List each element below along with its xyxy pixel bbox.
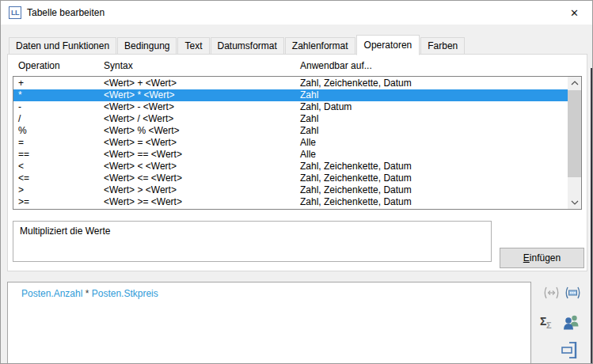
tab-farben[interactable]: Farben bbox=[420, 37, 465, 55]
tab-zahlenformat[interactable]: Zahlenformat bbox=[285, 37, 355, 55]
cell-operation: * bbox=[18, 89, 104, 101]
table-row[interactable]: >=<Wert> >= <Wert>Zahl, Zeichenkette, Da… bbox=[13, 196, 568, 208]
table-row[interactable]: -<Wert> - <Wert>Zahl, Datum bbox=[13, 101, 568, 113]
cell-applicable: Zahl, Zeichenkette, Datum bbox=[300, 184, 568, 196]
vertical-scrollbar[interactable] bbox=[568, 77, 581, 209]
tab-bedingung[interactable]: Bedingung bbox=[117, 37, 177, 55]
cell-syntax: <Wert> + <Wert> bbox=[104, 78, 300, 89]
cell-operation: + bbox=[18, 78, 104, 89]
table-row[interactable]: ><Wert> > <Wert>Zahl, Zeichenkette, Datu… bbox=[13, 184, 568, 196]
cell-syntax: <Wert> == <Wert> bbox=[104, 149, 300, 161]
cell-syntax: <Wert> - <Wert> bbox=[104, 101, 300, 113]
table-row[interactable]: <<Wert> < <Wert>Zahl, Zeichenkette, Datu… bbox=[13, 161, 568, 173]
column-header-applicable: Anwendbar auf... bbox=[300, 60, 372, 71]
titlebar: LL Tabelle bearbeiten ✕ bbox=[1, 1, 592, 25]
tab-bar: Daten und FunktionenBedingungTextDatumsf… bbox=[9, 34, 466, 55]
formula-editor[interactable]: Posten.Anzahl * Posten.Stkpreis bbox=[7, 282, 531, 364]
cell-syntax: <Wert> < <Wert> bbox=[104, 161, 300, 173]
scroll-down-icon[interactable] bbox=[568, 196, 581, 209]
cell-applicable: Zahl, Zeichenkette, Datum bbox=[300, 161, 568, 173]
table-row[interactable]: %<Wert> % <Wert>Zahl bbox=[13, 125, 568, 137]
cell-operation: <= bbox=[18, 173, 104, 184]
insert-button-label: Einfügen bbox=[523, 252, 561, 264]
table-row[interactable]: /<Wert> / <Wert>Zahl bbox=[13, 113, 568, 125]
dialog-title: Tabelle bearbeiten bbox=[27, 7, 105, 18]
cell-applicable: Zahl bbox=[300, 113, 568, 125]
table-row[interactable]: ==<Wert> == <Wert>Alle bbox=[13, 149, 568, 161]
cell-applicable: Zahl, Zeichenkette, Datum bbox=[300, 173, 568, 184]
scrollbar-thumb[interactable] bbox=[568, 90, 581, 177]
column-header-syntax: Syntax bbox=[104, 60, 133, 71]
cell-operation: / bbox=[18, 113, 104, 125]
operator-list-rows: +<Wert> + <Wert>Zahl, Zeichenkette, Datu… bbox=[13, 78, 568, 208]
tab-text[interactable]: Text bbox=[177, 37, 209, 55]
insert-field-icon[interactable] bbox=[560, 339, 583, 361]
cell-operation: == bbox=[18, 149, 104, 161]
cell-syntax: <Wert> % <Wert> bbox=[104, 125, 300, 137]
edit-table-dialog: LL Tabelle bearbeiten ✕ Daten und Funkti… bbox=[0, 0, 593, 364]
cell-applicable: Alle bbox=[300, 149, 568, 161]
close-icon[interactable]: ✕ bbox=[557, 1, 592, 25]
tab-operatoren[interactable]: Operatoren bbox=[356, 35, 420, 55]
cell-syntax: <Wert> = <Wert> bbox=[104, 137, 300, 149]
cell-syntax: <Wert> >= <Wert> bbox=[104, 196, 300, 208]
cell-applicable: Zahl, Datum bbox=[300, 101, 568, 113]
insert-button[interactable]: Einfügen bbox=[500, 248, 584, 268]
cell-applicable: Alle bbox=[300, 137, 568, 149]
cell-syntax: <Wert> / <Wert> bbox=[104, 113, 300, 125]
cell-operation: > bbox=[18, 184, 104, 196]
cell-applicable: Zahl bbox=[300, 89, 568, 101]
block-parentheses-icon[interactable] bbox=[563, 286, 583, 300]
people-icon[interactable] bbox=[561, 313, 581, 332]
operator-token: * bbox=[82, 288, 91, 299]
column-header-operation: Operation bbox=[18, 60, 60, 71]
formula-text: Posten.Anzahl * Posten.Stkpreis bbox=[21, 288, 530, 299]
cell-operation: - bbox=[18, 101, 104, 113]
sum-function-icon[interactable]: Σ Σ bbox=[539, 314, 557, 333]
fit-parentheses-icon[interactable] bbox=[542, 286, 561, 300]
table-row[interactable]: +<Wert> + <Wert>Zahl, Zeichenkette, Datu… bbox=[13, 78, 568, 89]
tab-datumsformat[interactable]: Datumsformat bbox=[211, 37, 284, 55]
field-token: Posten.Anzahl bbox=[21, 288, 82, 299]
cell-operation: % bbox=[18, 125, 104, 137]
cell-syntax: <Wert> * <Wert> bbox=[104, 89, 300, 101]
field-token: Posten.Stkpreis bbox=[92, 288, 158, 299]
operator-list: +<Wert> + <Wert>Zahl, Zeichenkette, Datu… bbox=[13, 76, 582, 210]
app-logo-icon: LL bbox=[9, 6, 21, 19]
operator-description: Multipliziert die Werte bbox=[13, 221, 492, 262]
cell-applicable: Zahl, Zeichenkette, Datum bbox=[300, 78, 568, 89]
cell-operation: = bbox=[18, 137, 104, 149]
table-row[interactable]: *<Wert> * <Wert>Zahl bbox=[13, 89, 568, 101]
cell-operation: >= bbox=[18, 196, 104, 208]
cell-syntax: <Wert> > <Wert> bbox=[104, 184, 300, 196]
table-row[interactable]: <=<Wert> <= <Wert>Zahl, Zeichenkette, Da… bbox=[13, 173, 568, 184]
scroll-up-icon[interactable] bbox=[568, 77, 581, 89]
tab-daten-und-funktionen[interactable]: Daten und Funktionen bbox=[9, 37, 116, 55]
cell-applicable: Zahl, Zeichenkette, Datum bbox=[300, 196, 568, 208]
table-row[interactable]: =<Wert> = <Wert>Alle bbox=[13, 137, 568, 149]
cell-applicable: Zahl bbox=[300, 125, 568, 137]
cell-operation: < bbox=[18, 161, 104, 173]
cell-syntax: <Wert> <= <Wert> bbox=[104, 173, 300, 184]
